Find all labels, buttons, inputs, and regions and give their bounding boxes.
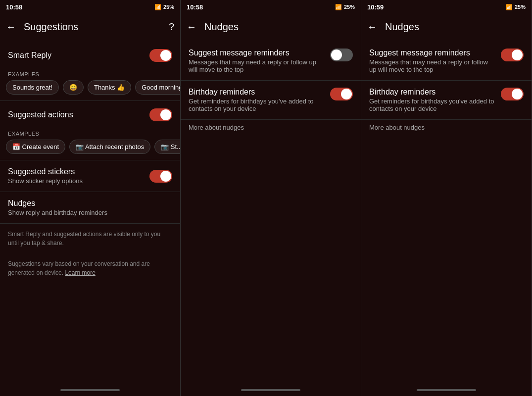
birthday-reminders-row-left: Birthday reminders Get reminders for bir… xyxy=(181,81,361,119)
suggest-reminders-title-right: Suggest message reminders xyxy=(369,49,495,57)
bottom-indicator-2 xyxy=(181,384,361,396)
time-2: 10:58 xyxy=(187,3,203,11)
birthday-reminders-knob-right xyxy=(512,89,523,99)
wifi-icon-2: 📶 xyxy=(335,4,342,10)
nudges-panel-left: 10:58 📶 25% ← Nudges Suggest message rem… xyxy=(181,0,361,396)
bottom-indicator-1 xyxy=(0,384,180,396)
footer-privacy: Smart Reply and suggested actions are vi… xyxy=(8,231,160,247)
more-nudges-link-right[interactable]: More about nudges xyxy=(361,120,532,139)
nudges-left-content: Suggest message reminders Messages that … xyxy=(181,40,361,384)
chip-thanks: Thanks 👍 xyxy=(88,80,131,95)
time-1: 10:58 xyxy=(6,3,22,11)
suggested-stickers-row: Suggested stickers Show sticker reply op… xyxy=(0,160,180,192)
suggest-reminders-row-left: Suggest message reminders Messages that … xyxy=(181,42,361,80)
battery-text-1: 25% xyxy=(163,4,174,10)
nudges-left-header: ← Nudges xyxy=(181,14,361,40)
time-3: 10:59 xyxy=(367,3,384,11)
wifi-icon-3: 📶 xyxy=(506,4,513,10)
birthday-reminders-toggle-right[interactable] xyxy=(501,88,524,100)
status-icons-1: 📶 25% xyxy=(154,4,174,10)
birthday-reminders-row-right: Birthday reminders Get reminders for bir… xyxy=(361,81,532,119)
suggested-stickers-toggle[interactable] xyxy=(149,170,172,183)
birthday-reminders-title-left: Birthday reminders xyxy=(189,88,324,97)
suggest-reminders-knob-left xyxy=(331,50,342,60)
wifi-icon: 📶 xyxy=(154,4,161,10)
suggested-actions-toggle[interactable] xyxy=(149,108,172,121)
suggest-reminders-title-left: Suggest message reminders xyxy=(189,49,324,57)
footer-text-1: Smart Reply and suggested actions are vi… xyxy=(0,224,180,253)
suggest-reminders-subtitle-left: Messages that may need a reply or follow… xyxy=(189,58,324,73)
nudges-row[interactable]: Nudges Show reply and birthday reminders xyxy=(0,192,180,223)
status-icons-3: 📶 25% xyxy=(506,4,526,10)
footer-text-2: Suggestions vary based on your conversat… xyxy=(0,253,180,283)
suggest-reminders-row-right: Suggest message reminders Messages that … xyxy=(361,42,532,80)
smart-reply-title: Smart Reply xyxy=(8,51,144,60)
back-button-3[interactable]: ← xyxy=(367,21,377,33)
suggest-reminders-toggle-right[interactable] xyxy=(501,49,524,61)
suggested-stickers-subtitle: Show sticker reply options xyxy=(8,177,144,185)
smart-reply-toggle[interactable] xyxy=(149,49,172,62)
back-button-1[interactable]: ← xyxy=(6,21,16,33)
suggested-stickers-toggle-knob xyxy=(160,171,171,182)
birthday-reminders-title-right: Birthday reminders xyxy=(369,88,495,97)
suggest-reminders-knob-right xyxy=(512,50,523,60)
chip-st: 📷 St... xyxy=(154,140,180,154)
smart-reply-row: Smart Reply xyxy=(0,42,180,69)
smart-reply-toggle-knob xyxy=(160,50,171,61)
suggested-actions-toggle-knob xyxy=(160,109,171,120)
status-icons-2: 📶 25% xyxy=(335,4,355,10)
suggested-actions-title: Suggested actions xyxy=(8,110,144,119)
chip-good-morning: Good morning xyxy=(135,80,180,95)
suggested-stickers-title: Suggested stickers xyxy=(8,167,144,176)
chip-attach-photos: 📷 Attach recent photos xyxy=(69,140,150,154)
chip-create-event: 📅 Create event xyxy=(6,140,65,154)
bottom-indicator-3 xyxy=(361,384,532,396)
bottom-bar-3 xyxy=(417,389,476,391)
birthday-reminders-subtitle-right: Get reminders for birthdays you've added… xyxy=(369,98,495,112)
birthday-reminders-subtitle-left: Get reminders for birthdays you've added… xyxy=(189,98,324,112)
nudges-right-content: Suggest message reminders Messages that … xyxy=(361,40,532,384)
nudges-subtitle: Show reply and birthday reminders xyxy=(8,209,166,216)
smart-reply-chips: Sounds great! 😄 Thanks 👍 Good morning xyxy=(0,80,180,100)
suggested-actions-chips: 📅 Create event 📷 Attach recent photos 📷 … xyxy=(0,140,180,160)
suggestions-title: Suggestions xyxy=(24,21,78,33)
suggestions-panel: 10:58 📶 25% ← Suggestions ? Smart Reply … xyxy=(0,0,181,396)
nudges-left-title: Nudges xyxy=(204,21,239,33)
smart-reply-examples-label: EXAMPLES xyxy=(0,69,180,80)
chip-emoji: 😄 xyxy=(63,80,84,95)
help-button[interactable]: ? xyxy=(169,21,174,33)
suggestions-header: ← Suggestions ? xyxy=(0,14,180,40)
learn-more-link[interactable]: Learn more xyxy=(65,269,95,276)
bottom-bar-2 xyxy=(241,389,300,391)
back-button-2[interactable]: ← xyxy=(187,21,196,33)
nudges-title: Nudges xyxy=(8,199,166,208)
suggest-reminders-toggle-left[interactable] xyxy=(330,49,353,61)
chip-sounds-great: Sounds great! xyxy=(6,80,59,95)
status-bar-1: 10:58 📶 25% xyxy=(0,0,180,14)
suggested-actions-examples-label: EXAMPLES xyxy=(0,129,180,140)
battery-text-2: 25% xyxy=(344,4,355,10)
nudges-right-header: ← Nudges xyxy=(361,14,532,40)
more-nudges-link-left[interactable]: More about nudges xyxy=(181,120,361,139)
nudges-right-title: Nudges xyxy=(385,21,419,33)
status-bar-3: 10:59 📶 25% xyxy=(361,0,532,14)
suggested-actions-row: Suggested actions xyxy=(0,101,180,129)
suggest-reminders-subtitle-right: Messages that may need a reply or follow… xyxy=(369,58,495,73)
birthday-reminders-knob-left xyxy=(341,89,352,99)
status-bar-2: 10:58 📶 25% xyxy=(181,0,361,14)
battery-text-3: 25% xyxy=(515,4,526,10)
nudges-panel-right: 10:59 📶 25% ← Nudges Suggest message rem… xyxy=(361,0,532,396)
suggestions-content: Smart Reply EXAMPLES Sounds great! 😄 Tha… xyxy=(0,40,180,384)
bottom-bar-1 xyxy=(60,389,120,391)
birthday-reminders-toggle-left[interactable] xyxy=(330,88,353,100)
